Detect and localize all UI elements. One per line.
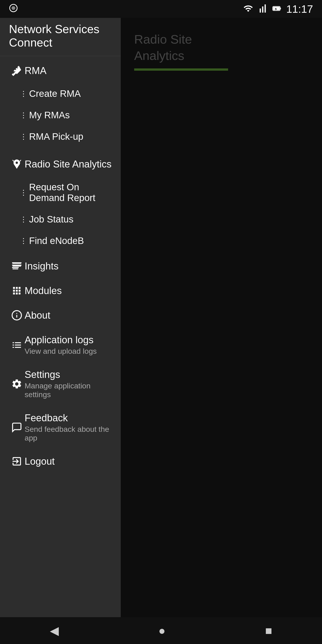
settings-icon (9, 378, 24, 390)
create-rma-label: Create RMA (29, 88, 81, 99)
sub-dot-1: ⋮ (18, 90, 29, 98)
feedback-text: Feedback Send feedback about the app (24, 412, 112, 442)
feedback-item[interactable]: Feedback Send feedback about the app (0, 406, 121, 449)
logout-item[interactable]: Logout (0, 449, 121, 474)
status-bar: 11:17 (0, 0, 322, 18)
sub-dot-5: ⋮ (18, 215, 29, 224)
svg-point-1 (12, 6, 16, 10)
status-time: 11:17 (286, 3, 313, 15)
find-enodeb-label: Find eNodeB (29, 236, 84, 246)
find-enodeb-item[interactable]: ⋮ Find eNodeB (0, 230, 121, 252)
modules-item[interactable]: Modules (0, 278, 121, 303)
request-report-label: Request On Demand Report (29, 182, 112, 203)
about-item[interactable]: About (0, 303, 121, 328)
insights-icon (9, 260, 24, 272)
job-status-label: Job Status (29, 214, 73, 225)
rma-pickup-label: RMA Pick-up (29, 131, 84, 142)
sub-dot-2: ⋮ (18, 111, 29, 120)
signal-icon (258, 4, 268, 14)
home-button[interactable]: ● (150, 620, 174, 642)
settings-label: Settings (24, 369, 112, 380)
app-logs-item[interactable]: Application logs View and upload logs (0, 328, 121, 362)
settings-item[interactable]: Settings Manage application settings (0, 362, 121, 406)
antenna-icon (9, 158, 24, 170)
rma-pickup-item[interactable]: ⋮ RMA Pick-up (0, 126, 121, 147)
job-status-item[interactable]: ⋮ Job Status (0, 209, 121, 230)
logout-icon (9, 456, 24, 467)
bottom-nav: ◀ ● ■ (0, 617, 322, 644)
nav-drawer: Network Services Connect RMA ⋮ Create RM… (0, 0, 121, 617)
feedback-label: Feedback (24, 412, 112, 424)
rsa-section: Radio Site Analytics ⋮ Request On Demand… (0, 150, 121, 254)
logs-icon (9, 340, 24, 350)
sub-dot-3: ⋮ (18, 132, 29, 141)
sub-dot-4: ⋮ (18, 188, 29, 197)
drawer-title: Network Services Connect (9, 22, 112, 49)
my-rmas-label: My RMAs (29, 110, 70, 120)
create-rma-item[interactable]: ⋮ Create RMA (0, 83, 121, 104)
settings-text: Settings Manage application settings (24, 369, 112, 399)
insights-item[interactable]: Insights (0, 254, 121, 278)
notification-icon (9, 4, 18, 14)
rsa-menu-item[interactable]: Radio Site Analytics (0, 152, 121, 176)
rsa-label: Radio Site Analytics (24, 158, 112, 170)
status-left (9, 4, 18, 14)
recent-button[interactable]: ■ (256, 620, 281, 642)
request-report-item[interactable]: ⋮ Request On Demand Report (0, 176, 121, 209)
sub-dot-6: ⋮ (18, 236, 29, 245)
rma-menu-item[interactable]: RMA (0, 58, 121, 83)
back-button[interactable]: ◀ (41, 620, 68, 642)
tools-icon (9, 65, 24, 76)
feedback-subtitle: Send feedback about the app (24, 425, 112, 442)
my-rmas-item[interactable]: ⋮ My RMAs (0, 104, 121, 126)
logout-label: Logout (24, 456, 55, 467)
rma-label: RMA (24, 65, 46, 76)
app-logs-subtitle: View and upload logs (24, 347, 97, 356)
settings-subtitle: Manage application settings (24, 382, 112, 399)
svg-rect-3 (280, 8, 281, 9)
svg-rect-4 (273, 7, 280, 10)
modules-icon (9, 285, 24, 296)
about-label: About (24, 310, 50, 321)
rma-section: RMA ⋮ Create RMA ⋮ My RMAs ⋮ RMA Pick-up (0, 56, 121, 150)
feedback-icon (9, 422, 24, 433)
wifi-icon (243, 4, 253, 14)
insights-label: Insights (24, 260, 58, 272)
app-logs-label: Application logs (24, 334, 97, 346)
app-logs-text: Application logs View and upload logs (24, 334, 97, 356)
battery-icon (272, 4, 282, 14)
modules-label: Modules (24, 285, 62, 296)
status-right: 11:17 (243, 3, 313, 15)
about-icon (9, 310, 24, 321)
